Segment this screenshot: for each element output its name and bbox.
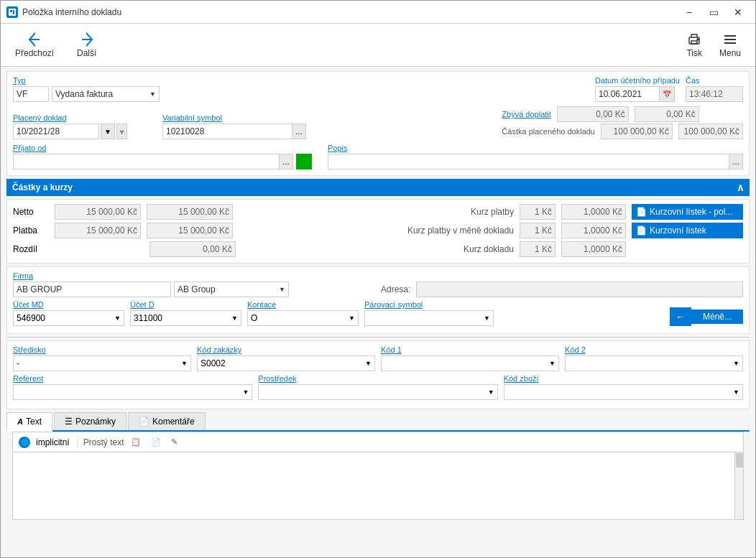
paste-btn[interactable]: 📄 [147, 435, 165, 449]
ucet-d-label[interactable]: Účet D [130, 300, 241, 309]
prijato-od-green-button[interactable] [296, 154, 312, 169]
scrollbar-v[interactable] [734, 452, 743, 519]
menu-button[interactable]: Menu [714, 29, 747, 61]
kod-zakazky-arrow: ▼ [365, 360, 372, 367]
typ-label[interactable]: Typ [13, 76, 171, 85]
text-edit-area[interactable] [13, 452, 743, 519]
referent-label[interactable]: Referent [13, 374, 252, 383]
firma-input[interactable]: AB GROUP [13, 282, 171, 297]
kod2-select[interactable]: ▼ [565, 355, 743, 371]
placeny-doklad-filter-button[interactable]: ▼ [101, 124, 115, 139]
ucet-d-select[interactable]: 311000 ▼ [130, 310, 241, 326]
kod1-label[interactable]: Kód 1 [381, 345, 559, 354]
variabilni-symbol-group: Variabilní symbol 10210028 … [162, 113, 306, 139]
placeny-doklad-input[interactable]: 10/2021/28 [13, 124, 99, 139]
placeny-doklad-funnel-button[interactable]: ▿ [116, 124, 127, 139]
kontace-select[interactable]: O ▼ [247, 310, 359, 326]
prostredek-label[interactable]: Prostředek [258, 374, 497, 383]
parovaci-symbol-label[interactable]: Párovací symbol [364, 300, 494, 309]
minimize-button[interactable]: − [678, 4, 701, 21]
kod-zbozi-label[interactable]: Kód zboží [504, 374, 743, 383]
zbyva-doplatit-input2: 0,00 Kč [635, 106, 699, 122]
tabs-bar: A Text ☰ Poznámky 📄 Komentáře [6, 412, 750, 432]
prijato-od-label[interactable]: Přijato od [13, 144, 322, 152]
cas-input: 13:46:12 [686, 86, 743, 102]
close-button[interactable]: ✕ [727, 4, 750, 21]
kontace-label[interactable]: Kontace [247, 300, 359, 309]
ucet-d-arrow: ▼ [231, 315, 238, 322]
text-textarea[interactable] [13, 452, 743, 517]
next-label: Další [77, 48, 96, 58]
prijato-od-more-button[interactable]: … [280, 154, 293, 169]
print-button[interactable]: Tisk [681, 29, 708, 61]
restore-button[interactable]: ▭ [702, 4, 725, 21]
edit-btn[interactable]: ✎ [167, 435, 181, 449]
popis-label[interactable]: Popis [328, 144, 743, 152]
prev-icon [27, 32, 42, 47]
platba-label: Platba [13, 225, 49, 236]
tab-komentare[interactable]: 📄 Komentáře [128, 412, 206, 430]
ucet-d-group: Účet D 311000 ▼ [130, 300, 241, 326]
firma-dropdown-arrow: ▼ [279, 286, 285, 293]
typ-dropdown-arrow: ▼ [149, 90, 156, 98]
ucet-md-select[interactable]: 546900 ▼ [13, 310, 124, 326]
variabilni-symbol-input[interactable]: 10210028 [162, 124, 292, 139]
placeny-doklad-label[interactable]: Placený doklad [13, 113, 157, 122]
datum-calendar-button[interactable]: 📅 [660, 86, 675, 102]
tab-poznamky[interactable]: ☰ Poznámky [54, 412, 126, 430]
divider [6, 337, 750, 338]
section-collapse-button[interactable]: ∧ [737, 182, 744, 193]
rozdil-input: 0,00 Kč [149, 241, 236, 257]
parovaci-symbol-arrow: ▼ [484, 315, 490, 322]
popis-more-button[interactable]: … [729, 154, 743, 169]
toolbar-right: Tisk Menu [681, 29, 747, 61]
stredisko-select[interactable]: - ▼ [13, 355, 191, 371]
tab-poznamky-icon: ☰ [65, 417, 73, 427]
variabilni-symbol-more-button[interactable]: … [292, 124, 306, 139]
typ-dropdown[interactable]: Vydaná faktura ▼ [52, 86, 160, 102]
copy-btn[interactable]: 📋 [127, 435, 144, 449]
firma-label[interactable]: Firma [13, 271, 375, 280]
globe-icon: 🌐 [19, 437, 30, 448]
text-tab-toolbar: 🌐 implicitní | Prostý text 📋 📄 ✎ [13, 432, 743, 452]
prostredek-arrow: ▼ [488, 389, 494, 396]
parovaci-symbol-select[interactable]: ▼ [364, 310, 494, 326]
prijato-od-field: … [13, 154, 293, 169]
kurzovni-listek-btn2[interactable]: 📄 Kurzovní lístek [632, 223, 743, 238]
netto-input2: 15 000,00 Kč [147, 204, 233, 220]
zbyva-doplatit-label: Zbývá doplatit [502, 110, 550, 118]
kod2-label[interactable]: Kód 2 [565, 345, 743, 354]
mene-arrow-button[interactable]: ← [670, 307, 691, 326]
parovaci-symbol-group: Párovací symbol ▼ [364, 300, 494, 326]
ucet-md-label[interactable]: Účet MD [13, 300, 124, 309]
variabilni-symbol-label[interactable]: Variabilní symbol [162, 113, 306, 122]
mene-button[interactable]: Méně... [691, 310, 743, 324]
popis-input[interactable] [328, 154, 729, 169]
prostredek-select[interactable]: ▼ [258, 384, 497, 400]
rozdil-label: Rozdíl [13, 244, 49, 254]
tab-text[interactable]: A Text [6, 412, 52, 432]
next-button[interactable]: Další [71, 29, 102, 61]
typ-group: Typ VF Vydaná faktura ▼ [13, 76, 171, 102]
stredisko-label[interactable]: Středisko [13, 345, 191, 354]
kurzovni-listek-btn1[interactable]: 📄 Kurzovní lístek - pol... [632, 204, 743, 220]
kod1-select[interactable]: ▼ [381, 355, 559, 371]
bottom-content: 🌐 implicitní | Prostý text 📋 📄 ✎ [12, 432, 744, 520]
ref-row: Referent ▼ Prostředek ▼ Kód zboží [13, 374, 743, 400]
toolbar: Předchozí Další Tisk Menu [1, 24, 755, 67]
firma-dropdown[interactable]: AB Group ▼ [174, 282, 289, 297]
castka-placeného-input1: 100 000,00 Kč [601, 124, 673, 139]
kod-zakazky-label[interactable]: Kód zakázky [197, 345, 375, 354]
prev-button[interactable]: Předchozí [9, 29, 60, 61]
kod-zakazky-select[interactable]: S0002 ▼ [197, 355, 375, 371]
datum-input[interactable]: 10.06.2021 [595, 86, 660, 102]
castky-section-title: Částky a kurzy [12, 182, 73, 192]
prijato-od-input[interactable] [13, 154, 280, 169]
stredisko-group: Středisko - ▼ [13, 345, 191, 371]
typ-input[interactable]: VF [13, 86, 49, 102]
firma-group: Firma AB GROUP AB Group ▼ [13, 271, 375, 297]
referent-select[interactable]: ▼ [13, 384, 252, 400]
kod-zbozi-select[interactable]: ▼ [504, 384, 743, 400]
form-area: Typ VF Vydaná faktura ▼ Datum účetního p… [1, 67, 755, 557]
svg-point-7 [697, 39, 699, 40]
